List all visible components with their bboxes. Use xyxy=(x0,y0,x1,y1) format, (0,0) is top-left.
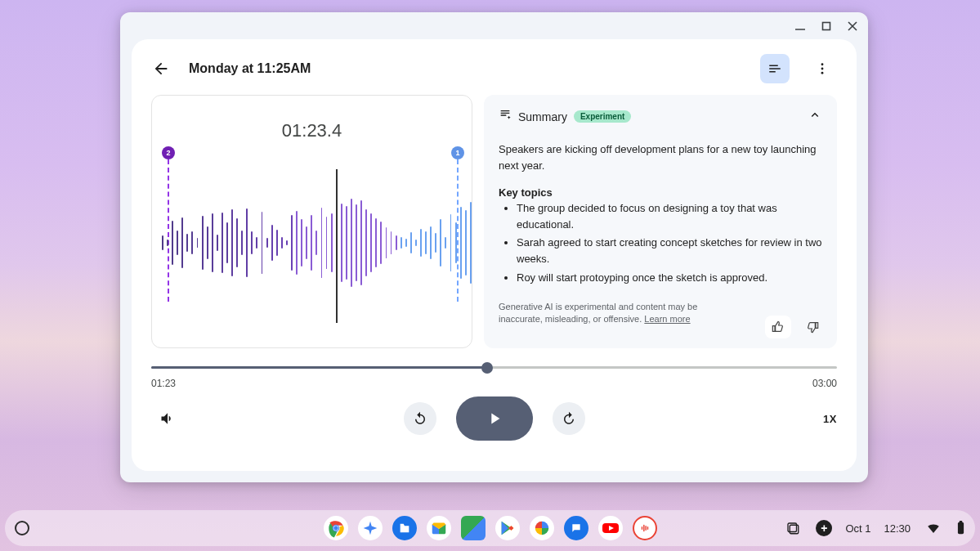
chrome-icon[interactable] xyxy=(324,516,348,540)
thumbs-up-button[interactable] xyxy=(765,316,791,338)
tote-icon[interactable] xyxy=(783,518,803,538)
battery-icon[interactable] xyxy=(956,521,965,535)
learn-more-link[interactable]: Learn more xyxy=(644,314,690,324)
svg-point-10 xyxy=(333,526,338,530)
collapse-summary-button[interactable] xyxy=(808,108,822,125)
svg-point-5 xyxy=(821,68,824,70)
page-title: Monday at 11:25AM xyxy=(189,61,311,76)
speaker-badge-2: 2 xyxy=(162,146,175,159)
experiment-badge: Experiment xyxy=(574,110,631,123)
seek-bar[interactable]: 01:23 03:00 xyxy=(151,360,837,389)
svg-point-4 xyxy=(821,63,824,65)
status-date[interactable]: Oct 1 xyxy=(845,522,870,535)
key-topic-item: The group decided to focus on designing … xyxy=(517,200,822,233)
files-icon[interactable] xyxy=(392,516,417,540)
recorder-icon[interactable] xyxy=(633,516,657,540)
transcript-view-button[interactable] xyxy=(760,54,790,83)
forward-button[interactable] xyxy=(553,402,585,435)
minimize-button[interactable] xyxy=(793,19,808,34)
current-time-label: 01:23 xyxy=(151,378,176,389)
duration-label: 03:00 xyxy=(812,378,837,389)
key-topics-heading: Key topics xyxy=(499,186,822,199)
maximize-button[interactable] xyxy=(819,19,834,34)
app-window: Monday at 11:25AM 01:23.4 2 1 xyxy=(120,12,868,482)
gmail-icon[interactable] xyxy=(427,516,451,540)
volume-button[interactable] xyxy=(151,402,184,435)
wifi-icon[interactable] xyxy=(924,518,943,538)
close-button[interactable] xyxy=(845,19,860,34)
key-topic-item: Roy will start protoyping once the sketc… xyxy=(517,270,822,286)
summary-overview: Speakers are kicking off development pla… xyxy=(499,141,822,173)
key-topic-item: Sarah agreed to start creating concept s… xyxy=(517,235,822,267)
messages-icon[interactable] xyxy=(564,516,588,540)
main-card: Monday at 11:25AM 01:23.4 2 1 xyxy=(132,39,857,471)
window-titlebar xyxy=(120,12,868,39)
waveform-playhead[interactable] xyxy=(336,169,338,323)
waveform-panel: 01:23.4 2 1 xyxy=(151,95,472,348)
speaker-badge-1: 1 xyxy=(451,146,464,159)
phone-hub-button[interactable]: + xyxy=(816,520,832,536)
key-topics-list: The group decided to focus on designing … xyxy=(499,200,822,286)
playback-speed-button[interactable]: 1X xyxy=(823,413,837,425)
more-options-button[interactable] xyxy=(808,54,837,83)
svg-rect-15 xyxy=(960,521,963,523)
ai-disclaimer: Generative AI is experimental and conten… xyxy=(499,301,736,326)
waveform[interactable] xyxy=(162,177,472,308)
play-button[interactable] xyxy=(456,396,533,441)
photos-icon[interactable] xyxy=(530,516,554,540)
taskbar: + Oct 1 12:30 xyxy=(5,510,975,546)
rewind-button[interactable] xyxy=(404,402,436,435)
status-time[interactable]: 12:30 xyxy=(884,522,911,535)
svg-point-6 xyxy=(821,72,824,74)
summary-spark-icon xyxy=(499,109,512,124)
gemini-icon[interactable] xyxy=(358,516,383,540)
playback-timer: 01:23.4 xyxy=(152,120,472,141)
shelf-apps xyxy=(324,516,657,540)
thumbs-down-button[interactable] xyxy=(799,316,826,338)
launcher-button[interactable] xyxy=(15,521,29,535)
play-store-icon[interactable] xyxy=(495,516,520,540)
back-button[interactable] xyxy=(151,59,171,78)
summary-label: Summary xyxy=(518,110,567,123)
youtube-icon[interactable] xyxy=(598,516,623,540)
meet-icon[interactable] xyxy=(461,516,486,540)
summary-panel: Summary Experiment Speakers are kicking … xyxy=(484,95,837,348)
svg-rect-14 xyxy=(958,522,964,534)
svg-rect-1 xyxy=(823,22,830,29)
